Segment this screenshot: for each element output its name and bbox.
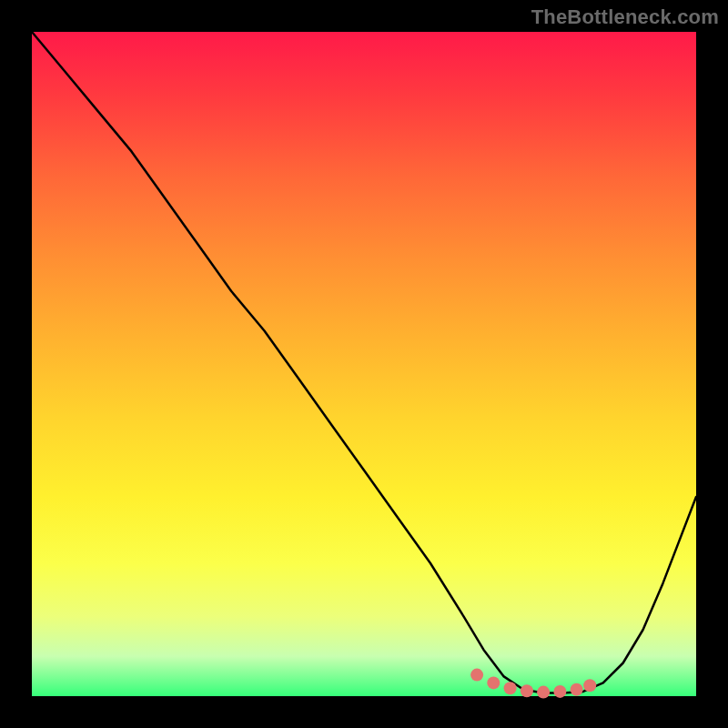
sweet-spot-dots [470,669,596,699]
chart-frame: TheBottleneck.com [0,0,728,728]
watermark-text: TheBottleneck.com [531,5,719,29]
sweet-spot-dot [537,686,550,699]
bottleneck-curve-path [32,32,696,693]
sweet-spot-dot [487,676,500,689]
sweet-spot-dot [521,684,533,697]
sweet-spot-dot [571,683,583,696]
sweet-spot-dot [553,685,566,698]
chart-svg [32,32,696,696]
sweet-spot-dot [470,669,483,682]
sweet-spot-dot [504,682,517,694]
plot-area [32,32,696,696]
sweet-spot-dot [583,679,596,692]
